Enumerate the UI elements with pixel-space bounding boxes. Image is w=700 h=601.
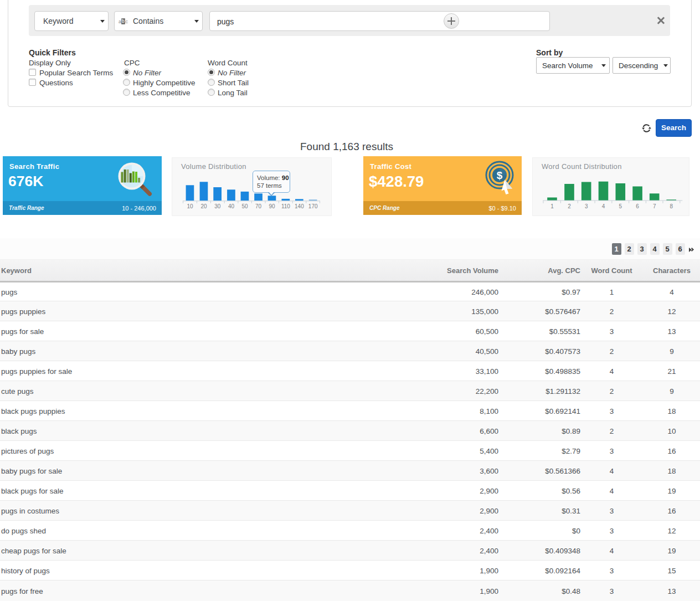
- svg-text:170: 170: [308, 203, 318, 209]
- svg-text:5: 5: [619, 203, 622, 209]
- svg-text:4: 4: [602, 203, 605, 209]
- svg-text:30: 30: [214, 203, 221, 209]
- svg-text:1: 1: [550, 203, 554, 209]
- svg-text:6: 6: [636, 203, 639, 209]
- svg-text:90: 90: [269, 203, 275, 209]
- svg-text:$: $: [497, 169, 503, 181]
- svg-text:10: 10: [187, 203, 193, 209]
- svg-text:50: 50: [241, 203, 248, 209]
- svg-text:3: 3: [585, 203, 588, 209]
- svg-text:8: 8: [670, 203, 673, 209]
- svg-text:7: 7: [653, 203, 656, 209]
- svg-text:2: 2: [568, 203, 571, 209]
- svg-text:110: 110: [281, 203, 290, 209]
- svg-text:20: 20: [200, 203, 207, 209]
- svg-text:140: 140: [295, 203, 304, 209]
- svg-text:70: 70: [255, 203, 262, 209]
- svg-text:40: 40: [228, 203, 235, 209]
